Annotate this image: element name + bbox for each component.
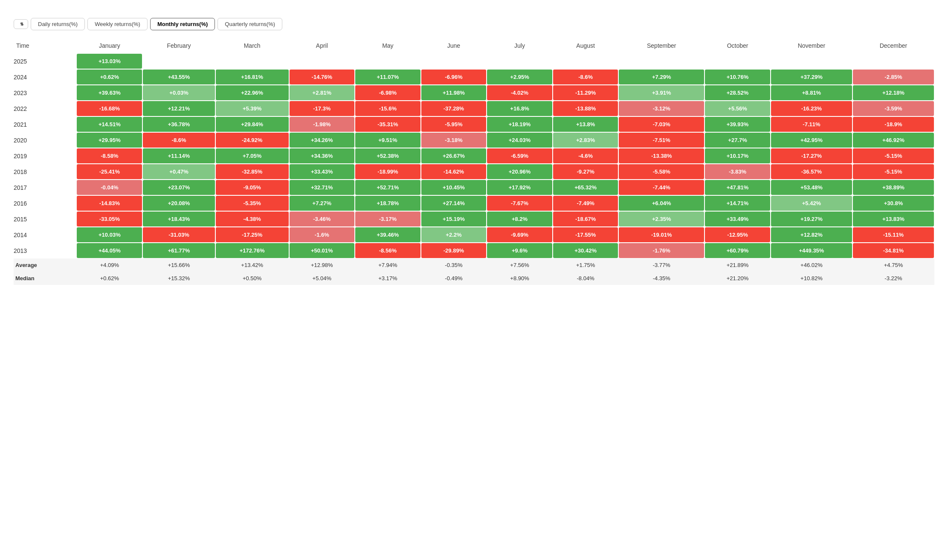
tab-daily[interactable]: Daily returns(%) <box>31 18 85 30</box>
data-cell: +32.71% <box>289 180 355 195</box>
data-cell: +10.45% <box>421 180 487 195</box>
col-header-november: November <box>771 38 852 53</box>
data-cell: -5.95% <box>421 116 487 132</box>
data-cell: -5.35% <box>215 195 289 211</box>
data-cell: -32.85% <box>215 164 289 180</box>
data-cell: +172.76% <box>215 243 289 258</box>
data-cell: +7.29% <box>618 69 704 85</box>
data-cell: +12.21% <box>142 101 215 116</box>
table-row: 2020+29.95%-8.6%-24.92%+34.26%+9.51%-3.1… <box>14 132 934 148</box>
footer-cell: +1.75% <box>553 258 619 272</box>
data-cell: +7.27% <box>289 195 355 211</box>
footer-cell: -0.35% <box>421 258 487 272</box>
data-cell: -1.98% <box>289 116 355 132</box>
data-cell: +38.89% <box>852 180 934 195</box>
footer-cell: +8.90% <box>487 272 553 285</box>
toolbar: ⇅ Daily returns(%) Weekly returns(%) Mon… <box>14 18 934 30</box>
footer-cell: -3.77% <box>618 258 704 272</box>
data-cell: +5.39% <box>215 101 289 116</box>
data-cell: +28.52% <box>704 85 771 101</box>
data-cell: +52.71% <box>355 180 421 195</box>
data-cell: +2.2% <box>421 227 487 243</box>
data-cell: +13.83% <box>852 211 934 227</box>
table-row: 2015-33.05%+18.43%-4.38%-3.46%-3.17%+15.… <box>14 211 934 227</box>
col-header-october: October <box>704 38 771 53</box>
data-cell: -18.9% <box>852 116 934 132</box>
col-header-january: January <box>76 38 142 53</box>
table-row: 2025+13.03% <box>14 53 934 69</box>
table-row: 2017-0.04%+23.07%-9.05%+32.71%+52.71%+10… <box>14 180 934 195</box>
tab-quarterly[interactable]: Quarterly returns(%) <box>217 18 282 30</box>
footer-cell: +0.62% <box>76 272 142 285</box>
data-cell: +26.67% <box>421 148 487 164</box>
data-cell: +43.55% <box>142 69 215 85</box>
data-cell: -33.05% <box>76 211 142 227</box>
data-cell: -6.98% <box>355 85 421 101</box>
data-cell: -12.95% <box>704 227 771 243</box>
data-cell: -19.01% <box>618 227 704 243</box>
data-cell: -25.41% <box>76 164 142 180</box>
footer-cell: +15.32% <box>142 272 215 285</box>
data-cell: +2.81% <box>289 85 355 101</box>
data-cell: +0.47% <box>142 164 215 180</box>
data-cell: +52.38% <box>355 148 421 164</box>
data-cell: -5.58% <box>618 164 704 180</box>
footer-cell: +15.66% <box>142 258 215 272</box>
data-cell: -8.58% <box>76 148 142 164</box>
data-cell: -34.81% <box>852 243 934 258</box>
col-header-february: February <box>142 38 215 53</box>
footer-cell: +4.09% <box>76 258 142 272</box>
asset-selector[interactable]: ⇅ <box>14 19 28 29</box>
col-header-august: August <box>553 38 619 53</box>
data-cell: +10.17% <box>704 148 771 164</box>
data-cell: +29.84% <box>215 116 289 132</box>
data-cell: +60.79% <box>704 243 771 258</box>
table-row: 2013+44.05%+61.77%+172.76%+50.01%-8.56%-… <box>14 243 934 258</box>
data-cell <box>553 53 619 69</box>
data-cell: +23.07% <box>142 180 215 195</box>
col-header-september: September <box>618 38 704 53</box>
year-cell: 2023 <box>14 85 76 101</box>
data-cell: +9.51% <box>355 132 421 148</box>
data-cell: +2.95% <box>487 69 553 85</box>
data-cell: -7.11% <box>771 116 852 132</box>
data-cell: +39.63% <box>76 85 142 101</box>
data-cell: +46.92% <box>852 132 934 148</box>
table-row: 2021+14.51%+36.78%+29.84%-1.98%-35.31%-5… <box>14 116 934 132</box>
footer-label: Average <box>14 258 76 272</box>
footer-cell: +13.42% <box>215 258 289 272</box>
data-cell: +8.81% <box>771 85 852 101</box>
data-cell: +8.2% <box>487 211 553 227</box>
data-cell: +13.03% <box>76 53 142 69</box>
footer-cell: -0.49% <box>421 272 487 285</box>
data-cell: +0.62% <box>76 69 142 85</box>
data-cell: -15.11% <box>852 227 934 243</box>
data-cell: +39.46% <box>355 227 421 243</box>
data-cell: -31.03% <box>142 227 215 243</box>
data-cell: -6.96% <box>421 69 487 85</box>
tab-weekly[interactable]: Weekly returns(%) <box>87 18 148 30</box>
data-cell: +18.78% <box>355 195 421 211</box>
data-cell: +3.91% <box>618 85 704 101</box>
data-cell: +449.35% <box>771 243 852 258</box>
table-row: 2016-14.83%+20.08%-5.35%+7.27%+18.78%+27… <box>14 195 934 211</box>
data-cell: -9.05% <box>215 180 289 195</box>
col-header-may: May <box>355 38 421 53</box>
data-cell: -29.89% <box>421 243 487 258</box>
footer-label: Median <box>14 272 76 285</box>
data-cell: -5.15% <box>852 148 934 164</box>
data-cell: -24.92% <box>215 132 289 148</box>
data-cell: +18.19% <box>487 116 553 132</box>
data-cell: -1.6% <box>289 227 355 243</box>
data-cell: +30.8% <box>852 195 934 211</box>
data-cell: +20.08% <box>142 195 215 211</box>
data-cell: -14.83% <box>76 195 142 211</box>
footer-cell: +46.02% <box>771 258 852 272</box>
returns-table: TimeJanuaryFebruaryMarchAprilMayJuneJuly… <box>14 38 934 285</box>
data-cell: +33.43% <box>289 164 355 180</box>
tab-monthly[interactable]: Monthly returns(%) <box>150 18 215 30</box>
data-cell: +53.48% <box>771 180 852 195</box>
data-cell: +18.43% <box>142 211 215 227</box>
data-cell: +27.7% <box>704 132 771 148</box>
data-cell: +61.77% <box>142 243 215 258</box>
